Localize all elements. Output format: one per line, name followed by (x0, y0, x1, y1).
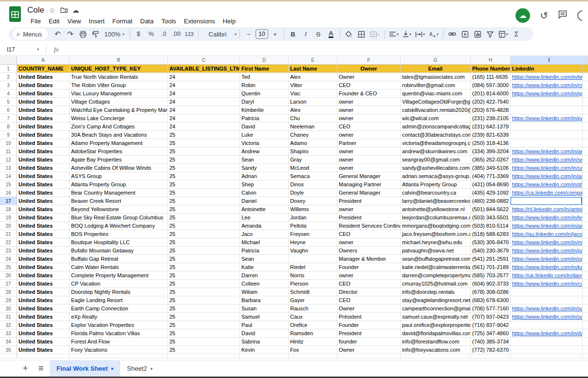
cell[interactable]: owner (337, 114, 401, 123)
cell[interactable]: Rausch (289, 305, 337, 313)
cell[interactable]: (541) 291-2591 (471, 255, 511, 263)
cell[interactable]: calvin@bearcountry.ca (401, 189, 471, 197)
cell[interactable] (511, 296, 583, 305)
cell[interactable]: https://www.linkedin.com/in/sus (511, 305, 583, 313)
header-cell[interactable]: Owner (337, 65, 401, 73)
cell[interactable]: Peltola (289, 222, 337, 230)
cell[interactable]: eXp Realty (70, 313, 168, 321)
cell[interactable]: (501) 844-5622 (471, 205, 511, 214)
cell[interactable]: info@forestandflow.com (401, 338, 471, 346)
cell[interactable]: United States (17, 180, 70, 189)
cell[interactable] (471, 354, 511, 359)
cell[interactable]: (503) 343-5501 (471, 214, 511, 222)
cell[interactable]: United States (17, 81, 70, 90)
cell[interactable]: (716) 837-9042 (471, 321, 511, 329)
cell[interactable]: 25 (168, 346, 240, 354)
cell[interactable]: President (337, 214, 401, 222)
cell[interactable]: 24 (168, 106, 240, 114)
cell[interactable]: United States (17, 230, 70, 238)
cell[interactable]: Zion's Camp And Cottages (70, 123, 168, 131)
comments-icon[interactable] (558, 10, 568, 21)
cell[interactable] (337, 354, 401, 359)
cell[interactable]: 25 (168, 329, 240, 338)
cell[interactable] (511, 131, 583, 139)
row-number-1[interactable]: 1 (0, 65, 17, 73)
cell[interactable]: owner (337, 106, 401, 114)
cell[interactable]: United States (17, 205, 70, 214)
cell[interactable]: Alex (289, 106, 337, 114)
cell[interactable]: United States (17, 98, 70, 106)
row-number-35[interactable]: 35 (0, 346, 17, 354)
cell[interactable] (70, 354, 168, 359)
cell[interactable]: leejordan@columbusremax.com (401, 214, 471, 222)
cell[interactable]: catskillvacation.rentals2020@gm (401, 106, 471, 114)
cell[interactable]: Owner (337, 346, 401, 354)
print-button[interactable] (77, 28, 89, 40)
cell[interactable]: https://www.linkedin.com/in/am (511, 222, 583, 230)
cell[interactable]: CEO (337, 123, 401, 131)
cell[interactable]: https://www.linkedin.com/in/adr (511, 172, 583, 180)
row-number-21[interactable]: 21 (0, 230, 17, 238)
cell[interactable]: (231) 642-1379 (471, 123, 511, 131)
cell[interactable]: Florida Palms Vacation Villas (70, 329, 168, 338)
cell[interactable]: sean@buffalogapretreat.com (401, 255, 471, 263)
header-cell[interactable]: UNIQUE_HOST_TYPE_KEY (70, 65, 168, 73)
cell[interactable]: United States (17, 338, 70, 346)
cell[interactable]: 25 (168, 131, 240, 139)
version-history-icon[interactable]: ↺ (540, 10, 548, 21)
cell[interactable]: owner (337, 147, 401, 156)
text-wrap-button[interactable]: ▾ (414, 28, 426, 40)
cell[interactable]: United States (17, 247, 70, 255)
cell[interactable]: Doyle (289, 189, 337, 197)
cell[interactable]: Earth Camp Connection (70, 305, 168, 313)
cell[interactable]: United States (17, 214, 70, 222)
cell[interactable]: https://www.linkedin.com/in/kat (511, 263, 583, 271)
cell[interactable]: 24 (168, 123, 240, 131)
cell[interactable]: President (337, 329, 401, 338)
cell[interactable]: Semaca (289, 172, 337, 180)
decrease-font-size-button[interactable]: − (243, 28, 255, 40)
cell[interactable]: (725) 347-4860 (471, 329, 511, 338)
paint-format-button[interactable] (90, 28, 101, 40)
cell[interactable] (168, 354, 240, 359)
cell[interactable]: Alex (289, 73, 337, 81)
cell[interactable]: United States (17, 313, 70, 321)
cell[interactable]: Quentin (240, 90, 289, 98)
cell[interactable]: United States (17, 164, 70, 172)
row-number-5[interactable]: 5 (0, 98, 17, 106)
cell[interactable]: 30A Beach Stays and Vacations (70, 131, 168, 139)
cell[interactable]: Eagle Landing Resort (70, 296, 168, 305)
cell[interactable]: 25 (168, 197, 240, 205)
cell[interactable]: Jordan (289, 214, 337, 222)
cell[interactable]: 25 (168, 222, 240, 230)
header-cell[interactable]: First Name (240, 65, 289, 73)
cell[interactable]: United States (17, 222, 70, 230)
cell[interactable]: (404) 771-3369 (471, 172, 511, 180)
cell[interactable]: United States (17, 114, 70, 123)
header-cell[interactable]: Last Name (289, 65, 337, 73)
row-number-3[interactable]: 3 (0, 81, 17, 90)
row-number-11[interactable]: 11 (0, 147, 17, 156)
more-formats-button[interactable]: 123 (184, 28, 195, 40)
menu-format[interactable]: Format (109, 17, 136, 26)
presence-avatar-icon[interactable]: ☁ (515, 8, 530, 23)
cell[interactable]: Adrian (240, 172, 289, 180)
row-number-20[interactable]: 20 (0, 222, 17, 230)
cell[interactable]: Complete Property Management (70, 271, 168, 280)
cell[interactable]: 24 (168, 90, 240, 98)
cell[interactable]: https://www.linkedin.com/in/she (511, 180, 583, 189)
cell[interactable]: Robin (240, 81, 289, 90)
cell[interactable]: Chaney (289, 131, 337, 139)
menu-extensions[interactable]: Extensions (181, 17, 219, 26)
row-number-12[interactable]: 12 (0, 156, 17, 164)
cell[interactable]: Neeleman (289, 123, 337, 131)
cell[interactable]: https://au.linkedin.com/in/jaco-fi (511, 230, 583, 238)
cell[interactable]: (250) 318-4136 (471, 139, 511, 147)
cell[interactable]: (683) 678-6300 (471, 296, 511, 305)
cell[interactable]: 25 (168, 280, 240, 288)
cell[interactable]: stay@eaglelandingresort.net (401, 296, 471, 305)
cell[interactable]: United States (17, 346, 70, 354)
row-number-9[interactable]: 9 (0, 131, 17, 139)
cell[interactable] (511, 346, 583, 354)
cell[interactable]: Partner (337, 139, 401, 147)
